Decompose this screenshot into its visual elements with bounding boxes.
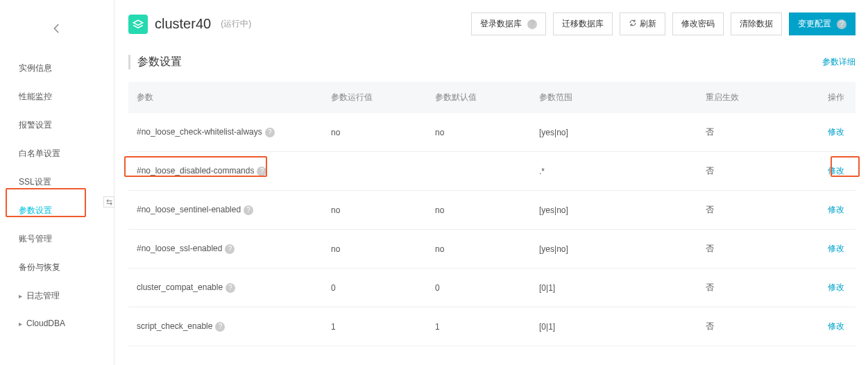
- login-db-button[interactable]: 登录数据库?: [471, 12, 546, 35]
- caret-right-icon: ▸: [19, 320, 22, 328]
- help-icon[interactable]: ?: [225, 244, 235, 254]
- instance-title: cluster40: [155, 16, 211, 32]
- sidebar-item-instance-info[interactable]: 实例信息: [0, 54, 114, 83]
- param-name: cluster_compat_enable: [137, 282, 223, 292]
- refresh-button[interactable]: 刷新: [620, 12, 665, 35]
- cell-run-value: 0: [323, 269, 427, 307]
- btn-label: 迁移数据库: [562, 18, 604, 30]
- param-name: script_check_enable: [137, 321, 212, 331]
- cell-range: [0|1]: [531, 269, 697, 307]
- cell-restart: 否: [697, 191, 814, 230]
- cell-default-value: no: [427, 113, 531, 152]
- col-name: 参数: [128, 82, 323, 113]
- cell-param-name: #no_loose_disabled-commands?: [128, 152, 323, 191]
- modify-link[interactable]: 修改: [828, 127, 844, 137]
- table-row: #no_loose_ssl-enabled?nono[yes|no]否修改: [128, 230, 856, 269]
- col-run: 参数运行值: [323, 82, 427, 113]
- cell-param-name: #no_loose_ssl-enabled?: [128, 230, 323, 269]
- btn-label: 修改密码: [681, 18, 715, 30]
- instance-state: (运行中): [221, 18, 251, 30]
- cell-op: 修改: [814, 191, 856, 230]
- cell-op: 修改: [814, 269, 856, 307]
- cell-restart: 否: [697, 230, 814, 269]
- help-icon[interactable]: ?: [225, 283, 235, 293]
- migrate-db-button[interactable]: 迁移数据库: [553, 12, 613, 35]
- cell-param-name: script_check_enable?: [128, 307, 323, 346]
- sidebar-item-account-mgmt[interactable]: 账号管理: [0, 225, 114, 253]
- help-icon[interactable]: ?: [527, 19, 537, 29]
- caret-right-icon: ▸: [19, 292, 22, 300]
- param-name: #no_loose_disabled-commands: [137, 166, 254, 176]
- sidebar-item-backup-restore[interactable]: 备份与恢复: [0, 253, 114, 282]
- page-header: cluster40 (运行中) 登录数据库? 迁移数据库 刷新 修改密码 清除数…: [128, 12, 856, 35]
- cell-op: 修改: [814, 307, 856, 346]
- btn-label: 变更配置: [798, 18, 831, 30]
- main-content: cluster40 (运行中) 登录数据库? 迁移数据库 刷新 修改密码 清除数…: [114, 0, 868, 365]
- cell-op: 修改: [814, 152, 856, 191]
- sidebar-item-ssl-settings[interactable]: SSL设置: [0, 168, 114, 196]
- cell-run-value: 1: [323, 307, 427, 346]
- sidebar-item-whitelist[interactable]: 白名单设置: [0, 139, 114, 168]
- table-row: #no_loose_disabled-commands?.*否修改: [128, 152, 856, 191]
- cell-default-value: 1: [427, 307, 531, 346]
- sidebar-label: 日志管理: [26, 290, 60, 302]
- help-icon[interactable]: ?: [265, 128, 275, 137]
- cell-run-value: no: [323, 113, 427, 152]
- help-icon[interactable]: ?: [257, 167, 266, 176]
- param-name: #no_loose_ssl-enabled: [137, 244, 222, 253]
- table-row: cluster_compat_enable?00[0|1]否修改: [128, 269, 856, 307]
- sidebar-label: SSL设置: [19, 176, 51, 188]
- modify-link[interactable]: 修改: [828, 282, 844, 292]
- sidebar-collapse-toggle[interactable]: ⇆: [103, 196, 114, 207]
- change-password-button[interactable]: 修改密码: [672, 12, 724, 35]
- cell-default-value: no: [427, 230, 531, 269]
- modify-link[interactable]: 修改: [828, 166, 844, 176]
- cell-range: [0|1]: [531, 307, 697, 346]
- table-row: #no_loose_check-whitelist-always?nono[ye…: [128, 113, 856, 152]
- chevron-left-icon: [51, 22, 63, 35]
- col-op: 操作: [814, 82, 856, 113]
- cell-param-name: cluster_compat_enable?: [128, 269, 323, 307]
- cell-range: [yes|no]: [531, 113, 697, 152]
- btn-label: 清除数据: [740, 18, 773, 30]
- cell-range: [yes|no]: [531, 230, 697, 269]
- params-table: 参数 参数运行值 参数默认值 参数范围 重启生效 操作 #no_loose_ch…: [128, 82, 856, 346]
- section-title-text: 参数设置: [137, 55, 182, 69]
- back-button[interactable]: [0, 14, 114, 54]
- cell-range: .*: [531, 152, 697, 191]
- btn-label: 登录数据库: [480, 18, 522, 30]
- sidebar-label: 报警设置: [19, 119, 52, 131]
- refresh-icon: [629, 19, 637, 29]
- sidebar-label: 性能监控: [19, 91, 52, 103]
- table-row: #no_loose_sentinel-enabled?nono[yes|no]否…: [128, 191, 856, 230]
- help-icon[interactable]: ?: [215, 322, 225, 332]
- col-range: 参数范围: [531, 82, 697, 113]
- param-detail-link[interactable]: 参数详细: [822, 56, 856, 68]
- change-config-button[interactable]: 变更配置?: [789, 12, 856, 35]
- cell-run-value: no: [323, 191, 427, 230]
- sidebar-label: 实例信息: [19, 62, 52, 74]
- sidebar: 实例信息 性能监控 报警设置 白名单设置 SSL设置 参数设置 账号管理 备份与…: [0, 0, 114, 365]
- help-icon[interactable]: ?: [244, 205, 253, 215]
- sidebar-item-perf-monitor[interactable]: 性能监控: [0, 83, 114, 111]
- cell-run-value: [323, 152, 427, 191]
- cell-restart: 否: [697, 269, 814, 307]
- sidebar-item-clouddba[interactable]: ▸CloudDBA: [0, 310, 114, 337]
- sidebar-label: 参数设置: [19, 205, 52, 217]
- cell-default-value: no: [427, 191, 531, 230]
- param-name: #no_loose_check-whitelist-always: [137, 127, 262, 137]
- modify-link[interactable]: 修改: [828, 321, 844, 331]
- modify-link[interactable]: 修改: [828, 205, 844, 214]
- sidebar-item-alarm-settings[interactable]: 报警设置: [0, 111, 114, 139]
- clear-data-button[interactable]: 清除数据: [731, 12, 782, 35]
- cell-restart: 否: [697, 152, 814, 191]
- sidebar-item-log-mgmt[interactable]: ▸日志管理: [0, 282, 114, 310]
- help-icon[interactable]: ?: [837, 19, 846, 29]
- cell-op: 修改: [814, 113, 856, 152]
- sidebar-label: 白名单设置: [19, 148, 60, 160]
- sidebar-item-param-settings[interactable]: 参数设置: [0, 196, 114, 225]
- cell-restart: 否: [697, 307, 814, 346]
- sidebar-label: 账号管理: [19, 233, 52, 245]
- modify-link[interactable]: 修改: [828, 244, 844, 253]
- sidebar-label: CloudDBA: [26, 319, 65, 328]
